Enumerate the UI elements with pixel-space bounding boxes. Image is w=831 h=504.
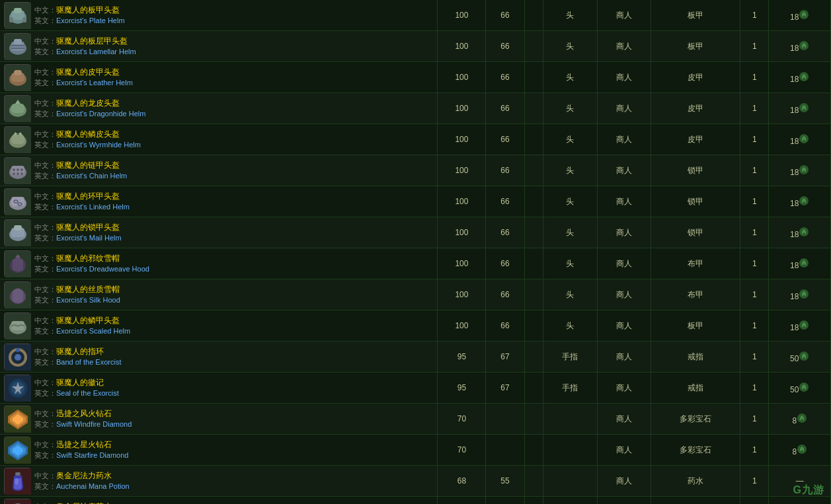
- en-label: 英文：: [34, 17, 56, 24]
- table-row: 中文：迅捷之风火钻石英文：Swift Windfire Diamond70商人多…: [0, 404, 831, 435]
- en-label: 英文：: [34, 172, 56, 180]
- item-cn-name: 驱魔人的指环: [56, 347, 104, 356]
- item-cell[interactable]: 中文：奥金尼治疗药水英文：Auchenai Healing Potion: [0, 497, 438, 505]
- item-cn-line: 中文：奥金尼治疗药水: [34, 501, 136, 504]
- item-count: 1: [740, 0, 769, 31]
- item-en-name: Seal of the Exorcist: [56, 389, 119, 397]
- item-level: 100: [438, 155, 486, 186]
- svg-rect-3: [14, 8, 22, 13]
- item-cell[interactable]: 中文：驱魔人的锁甲头盔英文：Exorcist's Mail Helm: [0, 217, 438, 248]
- item-cn-line: 中文：奥金尼法力药水: [34, 470, 130, 482]
- item-cell[interactable]: 中文：迅捷之星火钻石英文：Swift Starfire Diamond: [0, 435, 438, 466]
- item-cell[interactable]: 中文：迅捷之风火钻石英文：Swift Windfire Diamond: [0, 404, 438, 435]
- item-empty: [524, 279, 543, 310]
- item-name-block: 中文：驱魔人的鳞甲头盔英文：Exorcist's Scaled Helm: [34, 315, 130, 336]
- table-row: 中文：驱魔人的龙皮头盔英文：Exorcist's Dragonhide Helm…: [0, 93, 831, 124]
- table-row: 中文：驱魔人的指环英文：Band of the Exorcist9567手指商人…: [0, 342, 831, 373]
- item-icon: [4, 219, 30, 246]
- en-label: 英文：: [34, 79, 56, 87]
- item-cell[interactable]: 中文：驱魔人的邪纹雪帽英文：Exorcist's Dreadweave Hood: [0, 248, 438, 279]
- item-name-block: 中文：驱魔人的龙皮头盔英文：Exorcist's Dragonhide Helm: [34, 98, 145, 119]
- item-en-name: Exorcist's Dreadweave Hood: [56, 265, 149, 273]
- item-cell[interactable]: 中文：驱魔人的板甲头盔英文：Exorcist's Plate Helm: [0, 0, 438, 31]
- cn-label: 中文：: [34, 192, 56, 200]
- item-level: 100: [438, 186, 486, 217]
- main-container: 中文：驱魔人的板甲头盔英文：Exorcist's Plate Helm10066…: [0, 0, 831, 504]
- item-req-level: [486, 404, 524, 435]
- item-count: 1: [740, 404, 769, 435]
- cn-label: 中文：: [34, 410, 56, 417]
- item-icon: [4, 499, 30, 504]
- svg-point-33: [13, 168, 15, 171]
- item-source: 商人: [597, 124, 651, 155]
- item-req-level: 66: [486, 124, 524, 155]
- item-icon: [4, 188, 30, 215]
- item-empty: [524, 248, 543, 279]
- item-name-block: 中文：奥金尼法力药水英文：Auchenai Mana Potion: [34, 470, 130, 491]
- item-cn-line: 中文：驱魔人的锁甲头盔: [34, 222, 122, 233]
- item-req-level: 66: [486, 62, 524, 93]
- table-row: 中文：驱魔人的皮甲头盔英文：Exorcist's Leather Helm100…: [0, 62, 831, 93]
- item-source: 商人: [597, 186, 651, 217]
- table-row: 中文：奥金尼治疗药水英文：Auchenai Healing Potion6555…: [0, 497, 831, 505]
- item-cn-name: 迅捷之星火钻石: [56, 440, 112, 449]
- item-cell[interactable]: 中文：驱魔人的环甲头盔英文：Exorcist's Linked Helm: [0, 186, 438, 217]
- item-type: 药水: [651, 497, 740, 505]
- price-value: 18: [790, 13, 799, 22]
- item-type: 戒指: [651, 373, 740, 404]
- item-req-level: 66: [486, 186, 524, 217]
- item-source: 商人: [597, 435, 651, 466]
- item-row: 中文：驱魔人的邪纹雪帽英文：Exorcist's Dreadweave Hood: [4, 250, 433, 277]
- item-en-name: Exorcist's Wyrmhide Helm: [56, 141, 141, 149]
- item-level: 65: [438, 497, 486, 505]
- item-icon: [4, 126, 30, 153]
- item-price: 18: [769, 93, 831, 124]
- item-cell[interactable]: 中文：驱魔人的板层甲头盔英文：Exorcist's Lamellar Helm: [0, 31, 438, 62]
- item-cell[interactable]: 中文：驱魔人的鳞皮头盔英文：Exorcist's Wyrmhide Helm: [0, 124, 438, 155]
- item-source: 商人: [597, 373, 651, 404]
- item-cell[interactable]: 中文：驱魔人的龙皮头盔英文：Exorcist's Dragonhide Helm: [0, 93, 438, 124]
- item-cell[interactable]: 中文：驱魔人的链甲头盔英文：Exorcist's Chain Helm: [0, 155, 438, 186]
- svg-point-37: [17, 172, 19, 175]
- item-cell[interactable]: 中文：驱魔人的徽记英文：Seal of the Exorcist: [0, 373, 438, 404]
- item-source: 商人: [597, 248, 651, 279]
- item-level: 100: [438, 217, 486, 248]
- item-cn-name: 驱魔人的丝质雪帽: [56, 285, 120, 294]
- item-cell[interactable]: 中文：奥金尼法力药水英文：Auchenai Mana Potion: [0, 466, 438, 497]
- item-source: 商人: [597, 279, 651, 310]
- item-type: 皮甲: [651, 124, 740, 155]
- item-level: 100: [438, 93, 486, 124]
- en-label: 英文：: [34, 203, 56, 211]
- item-slot: 头: [543, 310, 598, 342]
- item-row: 中文：驱魔人的皮甲头盔英文：Exorcist's Leather Helm: [4, 64, 433, 90]
- item-cell[interactable]: 中文：驱魔人的皮甲头盔英文：Exorcist's Leather Helm: [0, 62, 438, 93]
- item-price: 18: [769, 217, 831, 248]
- item-en-line: 英文：Exorcist's Dragonhide Helm: [34, 109, 145, 119]
- item-req-level: 66: [486, 93, 524, 124]
- price-value: 18: [790, 137, 799, 146]
- item-cell[interactable]: 中文：驱魔人的丝质雪帽英文：Exorcist's Silk Hood: [0, 279, 438, 310]
- item-source: 商人: [597, 155, 651, 186]
- item-en-line: 英文：Swift Starfire Diamond: [34, 450, 128, 460]
- item-name-block: 中文：驱魔人的板甲头盔英文：Exorcist's Plate Helm: [34, 5, 125, 26]
- item-slot: 头: [543, 217, 598, 248]
- item-en-line: 英文：Exorcist's Lamellar Helm: [34, 47, 136, 57]
- item-name-block: 中文：驱魔人的链甲头盔英文：Exorcist's Chain Helm: [34, 160, 127, 181]
- item-count: 1: [740, 279, 769, 310]
- item-req-level: 66: [486, 155, 524, 186]
- item-empty: [524, 466, 543, 497]
- item-type: 锁甲: [651, 186, 740, 217]
- table-row: 中文：驱魔人的环甲头盔英文：Exorcist's Linked Helm1006…: [0, 186, 831, 217]
- item-icon: [4, 343, 30, 370]
- item-cell[interactable]: 中文：驱魔人的鳞甲头盔英文：Exorcist's Scaled Helm: [0, 310, 438, 342]
- item-en-line: 英文：Auchenai Mana Potion: [34, 482, 130, 491]
- item-source: 商人: [597, 404, 651, 435]
- en-label: 英文：: [34, 296, 56, 304]
- item-en-name: Exorcist's Mail Helm: [56, 234, 122, 242]
- item-empty: [524, 373, 543, 404]
- en-label: 英文：: [34, 420, 56, 428]
- item-cell[interactable]: 中文：驱魔人的指环英文：Band of the Exorcist: [0, 342, 438, 373]
- item-type: 板甲: [651, 0, 740, 31]
- svg-point-38: [20, 172, 23, 175]
- item-level: 68: [438, 466, 486, 497]
